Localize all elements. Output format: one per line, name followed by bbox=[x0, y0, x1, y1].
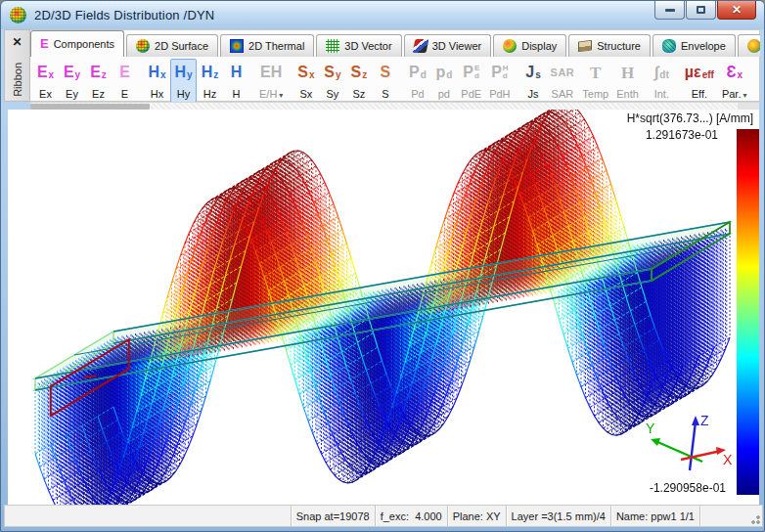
toolbar-button-sx[interactable]: SxSx bbox=[292, 59, 319, 103]
toolbar-glyph-int: ∫dt bbox=[654, 61, 669, 84]
toolbar-glyph-e-h: EH bbox=[260, 61, 282, 84]
toolbar-button-e-h: EHE/H▾ bbox=[255, 59, 287, 103]
toolbar-button-sz[interactable]: SzSz bbox=[345, 59, 372, 103]
status-bar: Snap at=19078f_exc: 4.000Plane: XYLayer … bbox=[4, 505, 763, 527]
resize-grip[interactable] bbox=[748, 512, 760, 524]
toolbar-glyph-ey: Ey bbox=[64, 61, 80, 84]
toolbar-button-enth: HEnth bbox=[612, 59, 643, 103]
toolbar-label-e: E bbox=[121, 88, 128, 102]
toolbar-glyph-e: E bbox=[119, 61, 130, 84]
toolbar-label-pdh: PdH bbox=[489, 88, 510, 102]
toolbar-label-e-h: E/H▾ bbox=[259, 88, 283, 102]
toolbar-label-h: H bbox=[233, 88, 241, 102]
tab-export[interactable]: Export bbox=[738, 34, 760, 57]
status-item-2: Plane: XY bbox=[447, 506, 506, 526]
tab-label: 2D Surface bbox=[155, 40, 208, 52]
tab-bar: EComponents2D Surface2D Thermal3D Vector… bbox=[30, 29, 760, 57]
toolbar-button-eff[interactable]: µεeffEff. bbox=[681, 59, 718, 103]
toolbar-button-js[interactable]: JsJs bbox=[520, 59, 547, 103]
toolbar-button-sy[interactable]: SySy bbox=[319, 59, 345, 103]
tab-3d-viewer[interactable]: 3D Viewer bbox=[404, 34, 492, 57]
tab-components[interactable]: EComponents bbox=[30, 30, 124, 57]
toolbar-label-pde: PdE bbox=[461, 88, 481, 102]
toolbar-glyph-pde: PEd bbox=[463, 61, 479, 84]
toolbar-label-pd: Pd bbox=[411, 88, 424, 102]
toolbar-button-int: ∫dtInt. bbox=[649, 59, 675, 103]
tab-label: Components bbox=[54, 38, 114, 50]
toolbar-buttons: ExExEyEyEzEzEEHxHxHyHyHzHzHHEHE/H▾SxSxSy… bbox=[32, 59, 759, 103]
viewer-brush-icon bbox=[412, 39, 428, 53]
tab-envelope[interactable]: Envelope bbox=[652, 34, 736, 57]
toolbar-glyph-js: Js bbox=[525, 61, 540, 84]
toolbar-label-sz: Sz bbox=[352, 88, 365, 102]
toolbar-label-eff: Eff. bbox=[692, 88, 707, 102]
window-title: 2D/3D Fields Distribution /DYN bbox=[34, 8, 214, 22]
tab-label: Structure bbox=[597, 40, 641, 52]
restore-button[interactable] bbox=[686, 1, 716, 20]
toolbar-glyph-pdh: PHd bbox=[491, 61, 508, 84]
minimize-button[interactable] bbox=[654, 1, 685, 20]
toolbar-scrollbar[interactable] bbox=[30, 102, 759, 110]
tab-2d-surface[interactable]: 2D Surface bbox=[126, 34, 218, 57]
toolbar-button-hx[interactable]: HxHx bbox=[144, 59, 170, 103]
toolbar-button-ey[interactable]: EyEy bbox=[59, 59, 85, 103]
tab-label: Envelope bbox=[681, 40, 726, 52]
export-sphere-icon bbox=[747, 39, 760, 53]
toolbar-button-ex[interactable]: ExEx bbox=[32, 59, 59, 103]
toolbar-label-sx: Sx bbox=[299, 88, 312, 102]
tab-3d-vector[interactable]: 3D Vector bbox=[316, 34, 401, 57]
status-item-0: Snap at=19078 bbox=[291, 506, 375, 526]
toolbar-label-hx: Hx bbox=[151, 88, 163, 102]
toolbar-label-int: Int. bbox=[654, 88, 669, 102]
toolbar-button-ez[interactable]: EzEz bbox=[85, 59, 112, 103]
toolbar-group-1: HxHxHyHyHzHzHH bbox=[144, 59, 249, 103]
toolbar-button-par[interactable]: ƐxPar.▾ bbox=[718, 59, 751, 103]
app-window: 2D/3D Fields Distribution /DYN ✕ ✕ Ribbo… bbox=[0, 0, 765, 532]
toolbar-group-0: ExExEyEyEzEzEE bbox=[32, 59, 138, 103]
toolbar-glyph-h: H bbox=[231, 61, 243, 84]
toolbar-button-hz[interactable]: HzHz bbox=[197, 59, 223, 103]
scale-max-value: 1.291673e-01 bbox=[646, 128, 718, 142]
toolbar-button-pd: PdPd bbox=[404, 59, 430, 103]
toolbar-button-sar: SARSAR bbox=[547, 59, 579, 103]
close-icon: ✕ bbox=[732, 4, 742, 16]
ribbon-label: Ribbon bbox=[12, 63, 23, 97]
toolbar-glyph-hx: Hx bbox=[148, 61, 165, 84]
toolbar-label-ex: Ex bbox=[39, 88, 52, 102]
toolbar-glyph-pd: Pd bbox=[409, 61, 427, 84]
toolbar-glyph-s: S bbox=[381, 61, 391, 84]
tab-structure[interactable]: Structure bbox=[568, 34, 651, 57]
scale-min-value: -1.290958e-01 bbox=[650, 481, 726, 495]
toolbar-label-s: S bbox=[382, 88, 388, 102]
toolbar-button-h[interactable]: HH bbox=[223, 59, 249, 103]
vector-grid-icon bbox=[326, 39, 339, 53]
ribbon-close-button[interactable]: ✕ bbox=[8, 32, 26, 52]
minimize-icon bbox=[665, 9, 675, 12]
toolbar-label-js: Js bbox=[528, 88, 539, 102]
z-axis-label: Z bbox=[700, 413, 709, 428]
toolbar-glyph-pd: pd bbox=[435, 61, 452, 84]
toolbar-button-temp: TTemp bbox=[578, 59, 612, 103]
toolbar-button-e[interactable]: EE bbox=[112, 59, 138, 103]
components-e-icon: E bbox=[40, 37, 49, 51]
field-3d-canvas[interactable] bbox=[8, 110, 737, 505]
toolbar-label-hz: Hz bbox=[203, 88, 216, 102]
toolbar-button-pde: PEdPdE bbox=[457, 59, 485, 103]
tab-2d-thermal[interactable]: 2D Thermal bbox=[220, 34, 314, 57]
close-button[interactable]: ✕ bbox=[717, 1, 756, 20]
toolbar-button-hy[interactable]: HyHy bbox=[170, 59, 197, 103]
toolbar-button-adjust[interactable]: ⊓Adjust bbox=[756, 59, 759, 103]
toolbar-button-s[interactable]: SS bbox=[372, 59, 398, 103]
y-axis-label: Y bbox=[646, 421, 655, 436]
tab-label: 3D Viewer bbox=[432, 40, 482, 52]
color-scale-bar bbox=[737, 129, 759, 495]
app-icon bbox=[10, 7, 26, 23]
toolbar-glyph-hy: Hy bbox=[174, 61, 192, 84]
toolbar-label-temp: Temp bbox=[582, 88, 608, 102]
toolbar-button-pd: pdpd bbox=[430, 59, 457, 103]
toolbar-glyph-temp: T bbox=[590, 61, 601, 84]
window-controls: ✕ bbox=[653, 1, 756, 20]
tab-display[interactable]: Display bbox=[493, 34, 566, 57]
toolbar-glyph-par: Ɛx bbox=[726, 61, 742, 84]
tab-label: 3D Vector bbox=[344, 40, 391, 52]
